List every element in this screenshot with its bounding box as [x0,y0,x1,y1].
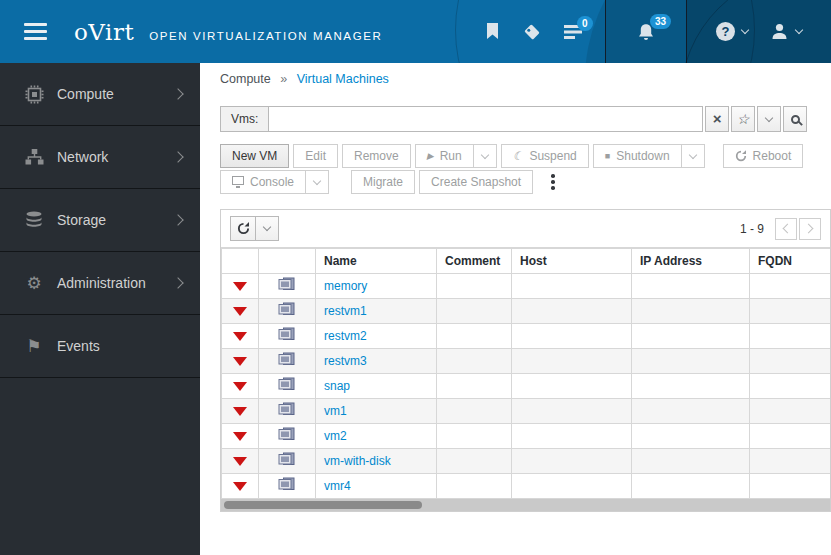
shutdown-dropdown-button[interactable] [681,144,705,168]
suspend-button[interactable]: Suspend [501,144,589,168]
breadcrumb-parent: Compute [220,72,271,86]
help-menu-button[interactable] [716,22,748,41]
name-cell: vm1 [316,399,437,424]
vm-name-link[interactable]: snap [324,379,350,393]
bookmark-icon[interactable] [485,23,500,40]
comment-cell [437,274,512,299]
bookmark-search-button[interactable] [731,106,755,132]
table-row[interactable]: snap [222,374,831,399]
refresh-button[interactable] [230,216,256,241]
edit-button[interactable]: Edit [293,144,338,168]
scrollbar-thumb[interactable] [224,501,422,509]
name-cell: memory [316,274,437,299]
vm-name-link[interactable]: vm2 [324,429,347,443]
host-column-header[interactable]: Host [512,249,632,274]
chevron-down-icon [480,150,488,158]
search-options-dropdown[interactable] [757,106,781,132]
search-input[interactable] [268,106,703,132]
vm-name-link[interactable]: restvm1 [324,304,367,318]
user-menu-button[interactable] [770,22,802,41]
refresh-rate-dropdown[interactable] [255,216,279,241]
name-cell: restvm2 [316,324,437,349]
create-snapshot-button[interactable]: Create Snapshot [419,170,533,194]
ip-cell [632,349,750,374]
prev-page-button[interactable] [775,218,797,240]
vm-icon [278,427,296,442]
table-row[interactable]: memory [222,274,831,299]
fqdn-cell [750,374,831,399]
ip-column-header[interactable]: IP Address [632,249,750,274]
sidebar-item-storage[interactable]: Storage [0,189,200,252]
type-cell [259,324,316,349]
hamburger-menu-button[interactable] [24,19,47,44]
vm-icon [278,452,296,467]
search-button[interactable] [783,106,807,132]
name-cell: vm-with-disk [316,449,437,474]
vm-status-down-icon [233,332,247,341]
status-cell [222,324,259,349]
horizontal-scrollbar[interactable] [221,499,830,511]
sidebar-item-network[interactable]: Network [0,126,200,189]
notifications-bell-icon[interactable]: 33 [637,23,655,41]
vm-name-link[interactable]: vm-with-disk [324,454,391,468]
chevron-right-icon [172,214,183,225]
reboot-button[interactable]: Reboot [723,144,804,168]
page-range-label: 1 - 9 [740,222,764,236]
fqdn-cell [750,274,831,299]
table-row[interactable]: vmr4 [222,474,831,499]
comment-column-header[interactable]: Comment [437,249,512,274]
fqdn-column-header[interactable]: FQDN [750,249,831,274]
type-cell [259,449,316,474]
type-column-header[interactable] [259,249,316,274]
migrate-button[interactable]: Migrate [351,170,415,194]
remove-button[interactable]: Remove [342,144,411,168]
vm-name-link[interactable]: memory [324,279,367,293]
table-row[interactable]: vm-with-disk [222,449,831,474]
run-dropdown-button[interactable] [473,144,497,168]
shutdown-button[interactable]: Shutdown [593,144,682,168]
ip-cell [632,399,750,424]
vm-name-link[interactable]: vm1 [324,404,347,418]
ip-cell [632,324,750,349]
status-column-header[interactable] [222,249,259,274]
breadcrumb-current-link[interactable]: Virtual Machines [297,72,389,86]
clear-search-button[interactable] [705,106,729,132]
table-header-row: Name Comment Host IP Address FQDN [222,249,831,274]
sidebar-item-events[interactable]: ⚑ Events [0,315,200,378]
table-row[interactable]: restvm2 [222,324,831,349]
table-row[interactable]: vm1 [222,399,831,424]
kebab-menu-button[interactable] [545,170,561,194]
table-row[interactable]: restvm1 [222,299,831,324]
search-bar: Vms: [220,106,807,132]
chevron-left-icon [783,224,793,234]
comment-cell [437,474,512,499]
moon-icon [513,149,524,163]
table-row[interactable]: restvm3 [222,349,831,374]
vm-name-link[interactable]: vmr4 [324,479,351,493]
vm-status-down-icon [233,357,247,366]
name-column-header[interactable]: Name [316,249,437,274]
status-cell [222,399,259,424]
sidebar-item-compute[interactable]: Compute [0,63,200,126]
fqdn-cell [750,324,831,349]
vm-name-link[interactable]: restvm3 [324,354,367,368]
host-cell [512,474,632,499]
table-row[interactable]: vm2 [222,424,831,449]
next-page-button[interactable] [799,218,821,240]
new-vm-button[interactable]: New VM [220,144,289,168]
chevron-down-icon [741,26,749,34]
comment-cell [437,324,512,349]
fqdn-cell [750,424,831,449]
run-button[interactable]: Run [415,144,474,168]
vm-status-down-icon [233,282,247,291]
status-cell [222,474,259,499]
vm-name-link[interactable]: restvm2 [324,329,367,343]
tasks-count-badge: 0 [577,16,593,31]
tag-icon[interactable] [522,23,542,41]
console-button[interactable]: Console [220,170,306,194]
vm-action-toolbar-row1: New VM Edit Remove Run Suspend Shutdown … [220,144,831,168]
console-dropdown-button[interactable] [305,170,329,194]
tasks-icon[interactable]: 0 [564,25,582,39]
sidebar-item-administration[interactable]: ⚙ Administration [0,252,200,315]
brand[interactable]: oVirt OPEN VIRTUALIZATION MANAGER [74,19,382,45]
